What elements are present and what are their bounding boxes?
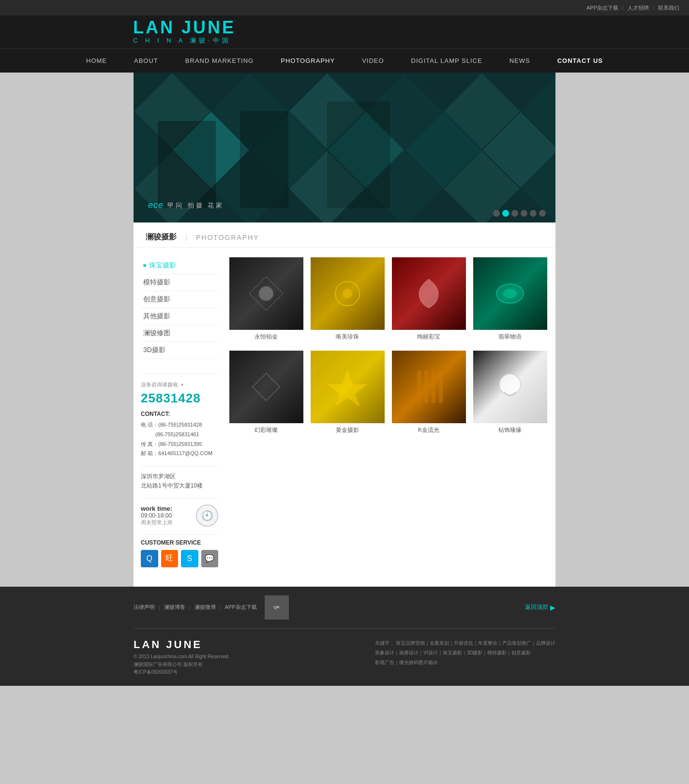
main-nav: HOME ABOUT BRAND MARKETING PHOTOGRAPHY V… [0,48,689,73]
nav-digital-lamp-slice[interactable]: DIGITAL LAMP SLICE [398,49,496,73]
back-to-top[interactable]: 返回顶部 ▶ [525,603,555,611]
svg-rect-24 [240,111,288,208]
qr-code: QR [265,595,289,620]
nav-about[interactable]: ABOUT [120,49,172,73]
footer-links: 法律声明 | 澜骏博客 | 澜骏微博 | APP杂志下载 QR [134,595,289,620]
sidebar-item-model[interactable]: 模特摄影 [141,274,218,291]
work-time-hours: 09:00-18:00 [141,512,191,519]
photo-item-7[interactable]: K金流光 [390,351,467,434]
sidebar-item-retouch[interactable]: 澜骏修图 [141,325,218,342]
logo-area[interactable]: LAN JUNE C H I N A 澜骏·中国 [133,19,236,45]
photo-thumb-5 [229,351,303,423]
hero-dots [493,210,546,217]
active-bullet [143,264,146,267]
photo-thumb-4 [473,257,547,330]
photo-item-4[interactable]: 翡翠物语 [472,257,548,341]
customer-service: CUSTOMER SERVICE Q 旺 S 💬 [141,534,218,567]
contact-phone-big: 25831428 [141,391,218,406]
section-title-en: PHOTOGRAPHY [196,234,259,241]
cs-icon-qq[interactable]: Q [141,550,158,567]
photo-thumb-2 [311,257,385,330]
logo-main: LAN JUNE [133,19,236,36]
hero-dot-5[interactable] [530,210,537,217]
cs-icon-aliwang[interactable]: 旺 [161,550,179,567]
sidebar-menu: 珠宝摄影 模特摄影 创意摄影 其他摄影 澜骏修图 3D摄影 [141,257,218,359]
photo-caption-3: 绚丽彩宝 [417,333,440,341]
topbar-link-app[interactable]: APP杂志下载 [586,4,618,12]
photo-item-8[interactable]: 钻饰臻缘 [472,351,548,434]
hero-dot-2[interactable] [502,210,509,217]
svg-point-38 [499,374,521,395]
photo-item-2[interactable]: 唯美珍珠 [309,257,386,341]
photo-row-1: 永恒铂金 唯美珍珠 绚丽彩宝 [228,257,548,341]
photo-item-1[interactable]: 永恒铂金 [228,257,304,341]
content-layout: 珠宝摄影 模特摄影 创意摄影 其他摄影 澜骏修图 3D摄影 [134,257,555,567]
hero-brand-icon: ece [148,200,164,210]
photo-item-6[interactable]: 黄金摄影 [309,351,386,434]
photo-item-5[interactable]: 幻彩璀璨 [228,351,304,434]
svg-point-31 [503,289,517,298]
footer-logo-area: LAN JUNE © 2013 Lanjunchina.com All Righ… [134,638,230,676]
svg-rect-25 [327,102,390,208]
sidebar-item-3d[interactable]: 3D摄影 [141,342,218,359]
photo-caption-8: 钻饰臻缘 [498,426,522,434]
topbar-link-recruit[interactable]: 人才招聘 [628,4,649,12]
work-time-note: 周末照常上班 [141,519,191,526]
hero-dot-3[interactable] [511,210,518,217]
section-header: 澜骏摄影 ｜ PHOTOGRAPHY [134,222,555,248]
photo-caption-4: 翡翠物语 [498,333,522,341]
svg-rect-23 [158,121,216,208]
nav-news[interactable]: NEWS [496,49,544,73]
cs-icons: Q 旺 S 💬 [141,550,218,567]
footer-link-weibo[interactable]: 澜骏微博 [195,604,216,611]
photo-caption-5: 幻彩璀璨 [255,426,278,434]
footer-keywords: 关键字： 珠宝品牌营销｜全案策划｜升级优化｜年度整合｜产品策划推广｜品牌设计 形… [375,638,555,667]
hero-dot-4[interactable] [521,210,527,217]
footer-bottom: LAN JUNE © 2013 Lanjunchina.com All Righ… [134,629,555,686]
top-bar-links: APP杂志下载 | 人才招聘 | 联系我们 [586,4,679,12]
footer-copyright: © 2013 Lanjunchina.com All Right Reserve… [134,653,230,676]
contact-detail: 电 话：(86-755)25831428 (86-755)25831461 传 … [141,420,218,459]
hero-dot-1[interactable] [493,210,500,217]
svg-point-29 [343,289,352,298]
header: LAN JUNE C H I N A 澜骏·中国 [0,15,689,48]
sidebar-item-other[interactable]: 其他摄影 [141,308,218,325]
footer-link-app[interactable]: APP杂志下载 [225,604,257,611]
cs-label: CUSTOMER SERVICE [141,539,218,546]
hero-text-overlay: ece 甲问 拍摄 花家 [148,200,224,210]
nav-brand-marketing[interactable]: BRAND MARKETING [172,49,267,73]
work-time-section: work time: 09:00-18:00 周末照常上班 🕙 [141,498,218,527]
hero-dot-6[interactable] [539,210,546,217]
hero-banner: ece 甲问 拍摄 花家 [134,73,555,222]
cs-icon-skype[interactable]: S [181,550,198,567]
footer-top: 法律声明 | 澜骏博客 | 澜骏微博 | APP杂志下载 QR 返回顶部 ▶ [134,587,555,629]
photo-grid: 永恒铂金 唯美珍珠 绚丽彩宝 [228,257,548,567]
nav-contact-us[interactable]: CONTACT US [544,49,616,73]
footer-link-blog[interactable]: 澜骏博客 [164,604,185,611]
cs-icon-chat[interactable]: 💬 [201,550,219,567]
photo-thumb-1 [229,257,303,330]
sidebar-item-creative[interactable]: 创意摄影 [141,291,218,308]
svg-point-27 [259,286,273,301]
photo-thumb-6 [311,351,385,423]
footer-logo: LAN JUNE [134,638,202,651]
photo-item-3[interactable]: 绚丽彩宝 [390,257,467,341]
sidebar-item-jewelry[interactable]: 珠宝摄影 [141,257,218,274]
footer: 法律声明 | 澜骏博客 | 澜骏微博 | APP杂志下载 QR 返回顶部 ▶ L… [0,587,689,686]
photo-thumb-3 [392,257,466,330]
contact-label: CONTACT: [141,411,218,417]
nav-video[interactable]: VIDEO [348,49,397,73]
top-bar: APP杂志下载 | 人才招聘 | 联系我们 [0,0,689,15]
topbar-link-contact[interactable]: 联系我们 [658,4,679,12]
contact-query: 业务咨询请拨电 ▼ [141,381,218,388]
hero-brand-text: 甲问 拍摄 花家 [167,201,224,210]
nav-photography[interactable]: PHOTOGRAPHY [267,49,348,73]
contact-address: 深圳市罗湖区 北站路1号中贸大厦10楼 [141,466,218,490]
nav-home[interactable]: HOME [73,49,120,73]
work-time-label: work time: [141,505,191,512]
photo-caption-7: K金流光 [418,426,439,434]
section-title-cn: 澜骏摄影 [146,232,177,242]
work-time-info: work time: 09:00-18:00 周末照常上班 [141,505,191,526]
footer-link-legal[interactable]: 法律声明 [134,604,155,611]
contact-sidebar: 业务咨询请拨电 ▼ 25831428 CONTACT: 电 话：(86-755)… [141,373,218,567]
